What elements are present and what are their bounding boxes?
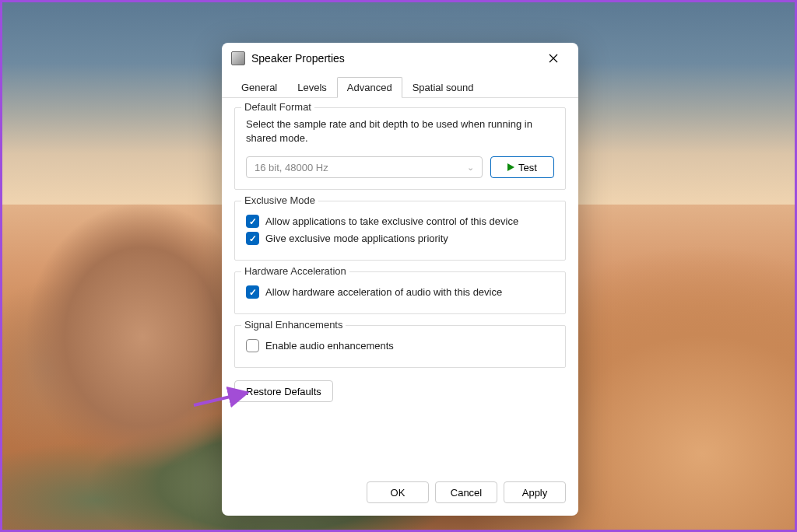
group-hardware-acceleration: Hardware Acceleration ✓ Allow hardware a… [234, 271, 566, 314]
checkbox-hw-accel[interactable]: ✓ Allow hardware acceleration of audio w… [246, 285, 554, 299]
group-title-signal-enh: Signal Enhancements [241, 319, 346, 331]
chevron-down-icon: ⌄ [467, 163, 474, 173]
tab-advanced[interactable]: Advanced [337, 77, 402, 98]
group-signal-enhancements: Signal Enhancements Enable audio enhance… [234, 325, 566, 368]
test-button[interactable]: Test [490, 156, 554, 178]
default-format-description: Select the sample rate and bit depth to … [246, 117, 554, 145]
tab-spatial-sound[interactable]: Spatial sound [402, 77, 484, 98]
group-title-hw-accel: Hardware Acceleration [241, 265, 349, 277]
checkbox-exclusive-control[interactable]: ✓ Allow applications to take exclusive c… [246, 215, 554, 228]
dialog-footer: OK Cancel Apply [222, 474, 578, 516]
speaker-properties-dialog: Speaker Properties General Levels Advanc… [222, 43, 578, 516]
check-icon [246, 339, 259, 352]
group-title-default-format: Default Format [241, 101, 314, 113]
check-icon: ✓ [246, 285, 259, 299]
sample-rate-select[interactable]: 16 bit, 48000 Hz ⌄ [246, 156, 483, 178]
sample-rate-value: 16 bit, 48000 Hz [255, 162, 328, 173]
ok-button[interactable]: OK [367, 481, 429, 503]
tab-general[interactable]: General [231, 77, 287, 98]
checkbox-label: Enable audio enhancements [265, 340, 394, 352]
window-title: Speaker Properties [251, 52, 532, 65]
tab-levels[interactable]: Levels [287, 77, 337, 98]
cancel-button[interactable]: Cancel [435, 481, 497, 503]
test-button-label: Test [518, 162, 537, 173]
close-icon [549, 54, 558, 63]
checkbox-label: Give exclusive mode applications priorit… [265, 233, 448, 244]
checkbox-label: Allow applications to take exclusive con… [265, 215, 518, 227]
tab-strip: General Levels Advanced Spatial sound [222, 77, 578, 98]
titlebar: Speaker Properties [222, 43, 578, 74]
advanced-panel: Default Format Select the sample rate an… [222, 98, 578, 474]
group-exclusive-mode: Exclusive Mode ✓ Allow applications to t… [234, 201, 566, 261]
play-icon [507, 163, 514, 171]
speaker-icon [231, 51, 245, 65]
group-default-format: Default Format Select the sample rate an… [234, 107, 566, 190]
checkbox-audio-enhancements[interactable]: Enable audio enhancements [246, 339, 554, 352]
close-button[interactable] [538, 46, 569, 71]
restore-defaults-button[interactable]: Restore Defaults [234, 380, 333, 402]
check-icon: ✓ [246, 232, 259, 245]
group-title-exclusive: Exclusive Mode [241, 194, 318, 206]
checkbox-exclusive-priority[interactable]: ✓ Give exclusive mode applications prior… [246, 232, 554, 245]
check-icon: ✓ [246, 215, 259, 228]
checkbox-label: Allow hardware acceleration of audio wit… [265, 286, 502, 298]
apply-button[interactable]: Apply [504, 481, 566, 503]
